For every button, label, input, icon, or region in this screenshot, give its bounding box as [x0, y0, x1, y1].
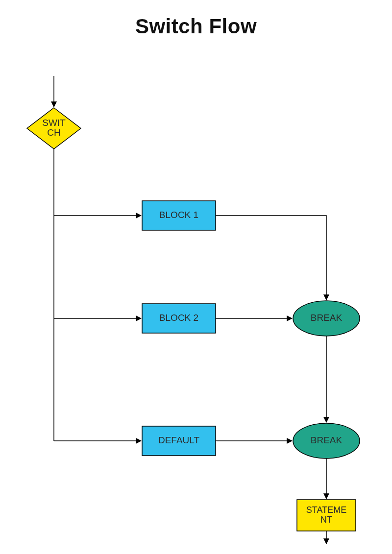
node-switch: SWIT CH: [27, 108, 81, 149]
node-break-2: BREAK: [293, 423, 360, 458]
diagram-canvas: Switch Flow SWIT CH BLOCK 1: [0, 0, 392, 554]
edge-block1-break: [216, 216, 326, 300]
default-label: DEFAULT: [158, 435, 200, 445]
node-statement: STATEME NT: [297, 500, 356, 531]
break2-label: BREAK: [311, 435, 343, 445]
statement-label-line2: NT: [320, 515, 332, 525]
break1-label: BREAK: [311, 313, 343, 323]
switch-label-line1: SWIT: [42, 118, 66, 128]
switch-label-line2: CH: [47, 127, 60, 138]
node-break-1: BREAK: [293, 301, 360, 336]
flowchart-svg: SWIT CH BLOCK 1 BLOCK 2 BREAK: [0, 0, 392, 554]
node-default: DEFAULT: [142, 426, 216, 456]
block1-label: BLOCK 1: [159, 210, 198, 220]
block2-label: BLOCK 2: [159, 313, 198, 323]
node-block2: BLOCK 2: [142, 304, 216, 333]
node-block1: BLOCK 1: [142, 201, 216, 230]
statement-label-line1: STATEME: [306, 505, 346, 515]
